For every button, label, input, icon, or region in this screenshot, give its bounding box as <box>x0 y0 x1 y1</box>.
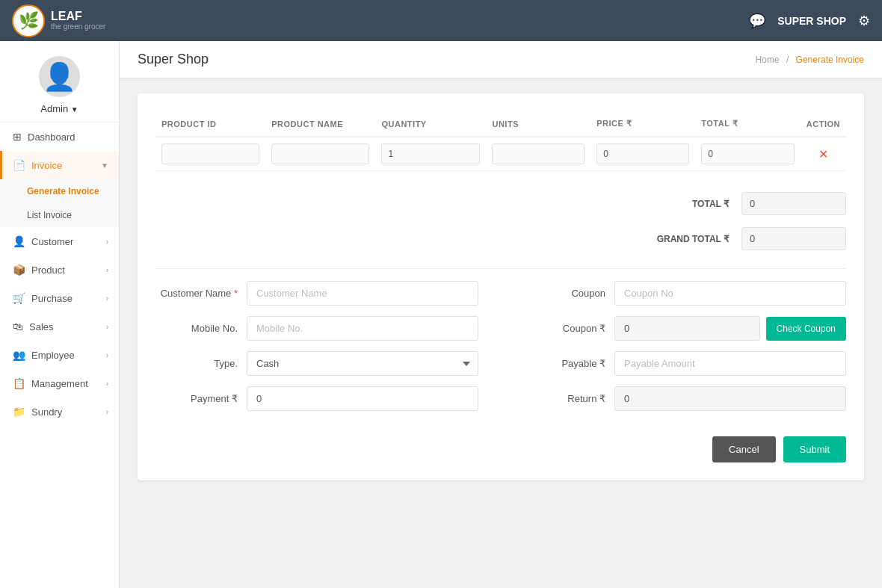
navbar-right: 💬 SUPER SHOP ⚙ <box>749 13 870 29</box>
breadcrumb-current: Generate Invoice <box>796 55 864 65</box>
right-form: Coupon Coupon ₹ Check Coupon Payable ₹ <box>523 281 846 421</box>
col-price: PRICE ₹ <box>590 111 695 137</box>
breadcrumb-home[interactable]: Home <box>756 55 780 65</box>
row-total-input[interactable] <box>701 143 795 164</box>
sidebar-label-purchase: Purchase <box>31 293 73 304</box>
sidebar-item-list-invoice[interactable]: List Invoice <box>0 203 119 227</box>
col-product-name: PRODUCT NAME <box>265 111 375 137</box>
page-title: Super Shop <box>138 52 209 67</box>
sidebar-item-sundry[interactable]: 📁 Sundry › <box>0 397 119 426</box>
breadcrumb: Home / Generate Invoice <box>756 55 864 65</box>
coupon-input[interactable] <box>614 281 846 306</box>
total-value-input[interactable] <box>741 192 846 215</box>
message-icon[interactable]: 💬 <box>749 13 765 29</box>
product-id-input[interactable] <box>161 143 259 164</box>
mobile-label: Mobile No. <box>155 323 238 334</box>
sidebar-item-product[interactable]: 📦 Product › <box>0 256 119 284</box>
left-form: Customer Name Mobile No. Type. Cash Cred… <box>155 281 478 421</box>
product-name-input[interactable] <box>271 143 369 164</box>
dashboard-icon: ⊞ <box>13 131 22 143</box>
purchase-icon: 🛒 <box>13 292 25 304</box>
purchase-chevron-icon: › <box>106 294 108 303</box>
form-actions: Cancel Submit <box>155 436 846 462</box>
invoice-chevron-icon: ▼ <box>101 161 108 170</box>
sidebar-label-dashboard: Dashboard <box>28 131 75 143</box>
sidebar-label-sundry: Sundry <box>31 406 62 418</box>
return-row: Return ₹ <box>523 386 846 411</box>
sidebar-item-purchase[interactable]: 🛒 Purchase › <box>0 284 119 312</box>
sidebar-item-management[interactable]: 📋 Management › <box>0 369 119 397</box>
invoice-submenu: Generate Invoice List Invoice <box>0 179 119 227</box>
product-chevron-icon: › <box>106 266 108 274</box>
sales-icon: 🛍 <box>13 321 23 332</box>
type-row: Type. Cash Credit Online <box>155 351 478 376</box>
sidebar-item-sales[interactable]: 🛍 Sales › <box>0 312 119 341</box>
mobile-row: Mobile No. <box>155 316 478 341</box>
payable-label: Payable ₹ <box>523 358 605 369</box>
sidebar-item-customer[interactable]: 👤 Customer › <box>0 227 119 256</box>
invoice-table: PRODUCT ID PRODUCT NAME QUANTITY UNITS P… <box>155 111 846 171</box>
type-label: Type. <box>155 358 238 369</box>
admin-label[interactable]: Admin ▼ <box>7 103 111 114</box>
sidebar-profile: 👤 Admin ▼ <box>0 41 119 123</box>
quantity-input[interactable] <box>381 143 480 164</box>
submit-button[interactable]: Submit <box>783 436 846 462</box>
col-quantity: QUANTITY <box>375 111 486 137</box>
return-input[interactable] <box>614 386 846 411</box>
sidebar-item-invoice[interactable]: 📄 Invoice ▼ <box>0 151 119 179</box>
employee-chevron-icon: › <box>106 351 108 359</box>
navbar: 🌿 LEAF the green grocer 💬 SUPER SHOP ⚙ <box>0 0 882 41</box>
table-row: ✕ <box>155 137 846 171</box>
invoice-icon: 📄 <box>13 159 25 171</box>
payable-row: Payable ₹ <box>523 351 846 376</box>
coupon-row: Coupon <box>523 281 846 306</box>
brand-name: LEAF <box>51 10 105 22</box>
sidebar-item-employee[interactable]: 👥 Employee › <box>0 341 119 369</box>
avatar: 👤 <box>39 56 80 97</box>
admin-caret-icon: ▼ <box>71 105 78 114</box>
delete-row-button[interactable]: ✕ <box>818 147 828 161</box>
customer-name-row: Customer Name <box>155 281 478 306</box>
check-coupon-button[interactable]: Check Coupon <box>766 317 846 341</box>
coupon-inr-input[interactable] <box>614 316 760 341</box>
grand-total-label: GRAND TOTAL ₹ <box>657 234 730 244</box>
sidebar-label-management: Management <box>31 378 88 389</box>
col-action: Action <box>801 111 846 137</box>
customer-chevron-icon: › <box>106 238 108 246</box>
sales-chevron-icon: › <box>106 323 108 331</box>
col-product-id: PRODUCT ID <box>155 111 265 137</box>
shop-name: SUPER SHOP <box>777 15 846 27</box>
type-select[interactable]: Cash Credit Online <box>247 351 478 376</box>
sundry-icon: 📁 <box>13 406 25 418</box>
settings-icon[interactable]: ⚙ <box>858 13 870 29</box>
payment-input[interactable] <box>247 386 478 411</box>
customer-name-input[interactable] <box>247 281 478 306</box>
units-input[interactable] <box>492 143 585 164</box>
management-icon: 📋 <box>13 377 25 389</box>
mobile-input[interactable] <box>247 316 478 341</box>
grand-total-value-input[interactable] <box>741 227 846 250</box>
form-divider <box>155 268 846 269</box>
grand-total-row: GRAND TOTAL ₹ <box>155 221 846 256</box>
col-units: UNITS <box>486 111 590 137</box>
content-area: PRODUCT ID PRODUCT NAME QUANTITY UNITS P… <box>120 78 882 495</box>
sidebar-label-customer: Customer <box>31 236 73 247</box>
product-icon: 📦 <box>13 264 25 276</box>
logo-icon: 🌿 <box>12 4 45 37</box>
sidebar-item-generate-invoice[interactable]: Generate Invoice <box>0 179 119 203</box>
sidebar-item-dashboard[interactable]: ⊞ Dashboard <box>0 123 119 151</box>
coupon-inr-label: Coupon ₹ <box>523 323 605 334</box>
sidebar-menu: ⊞ Dashboard 📄 Invoice ▼ Generate Invoice… <box>0 123 119 426</box>
cancel-button[interactable]: Cancel <box>712 436 775 462</box>
total-label: TOTAL ₹ <box>692 199 730 209</box>
invoice-card: PRODUCT ID PRODUCT NAME QUANTITY UNITS P… <box>138 93 864 480</box>
sidebar-label-employee: Employee <box>31 350 75 361</box>
payable-input[interactable] <box>614 351 846 376</box>
price-input[interactable] <box>596 143 689 164</box>
sundry-chevron-icon: › <box>106 408 108 416</box>
main-content: Super Shop Home / Generate Invoice PRODU… <box>120 41 882 588</box>
management-chevron-icon: › <box>106 380 108 388</box>
customer-icon: 👤 <box>13 235 25 247</box>
return-label: Return ₹ <box>523 393 605 404</box>
col-total: TOTAL ₹ <box>695 111 801 137</box>
